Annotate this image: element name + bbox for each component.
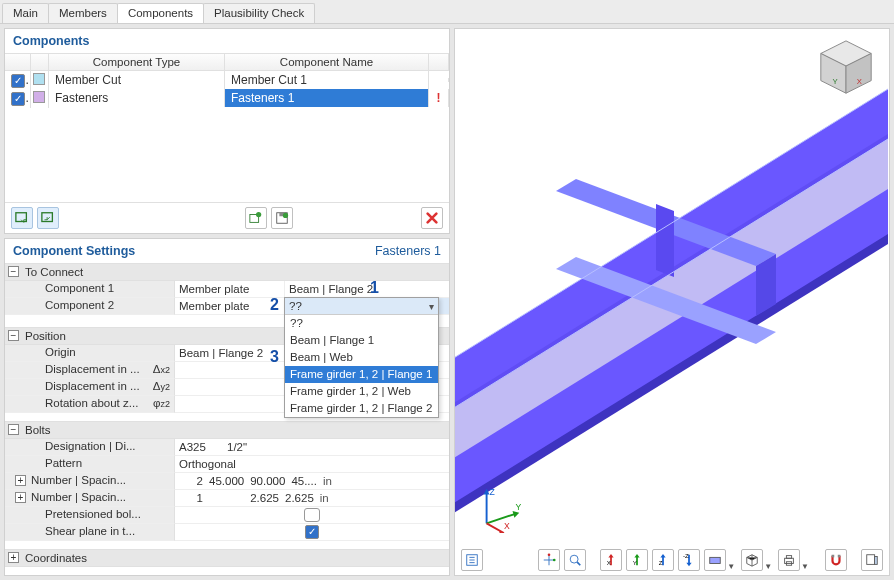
- chevron-down-icon[interactable]: ▼: [801, 562, 809, 571]
- dropdown-option[interactable]: Frame girder 1, 2 | Flange 2: [285, 400, 438, 417]
- prop-value-pattern[interactable]: Orthogonal: [175, 456, 449, 473]
- expand-icon[interactable]: +: [15, 492, 26, 503]
- 3d-viewport[interactable]: Y X Z Y X: [454, 28, 890, 576]
- components-table: Component Type Component Name ✓ Member C…: [5, 53, 449, 202]
- zoom-extents-button[interactable]: [564, 549, 586, 571]
- row-name: Member Cut 1: [225, 71, 429, 89]
- chevron-down-icon[interactable]: ▼: [727, 562, 735, 571]
- svg-text:Y: Y: [515, 502, 521, 512]
- prop-label-component2: Component 2: [5, 298, 175, 315]
- svg-marker-14: [656, 204, 674, 277]
- prop-value-component2[interactable]: ?? ▾ ?? Beam | Flange 1 Beam | Web Frame…: [285, 298, 449, 315]
- dropdown-option[interactable]: Beam | Web: [285, 349, 438, 366]
- view-neg-z-button[interactable]: -Z: [678, 549, 700, 571]
- svg-text:Z: Z: [659, 559, 663, 566]
- add-component-button[interactable]: [11, 207, 33, 229]
- collapse-icon[interactable]: −: [8, 266, 19, 277]
- view-cube[interactable]: Y X: [815, 37, 877, 99]
- top-tabs: Main Members Components Plausibility Che…: [0, 0, 894, 24]
- collapse-icon[interactable]: −: [8, 330, 19, 341]
- iso-view-button[interactable]: [741, 549, 763, 571]
- section-coordinates[interactable]: + Coordinates: [5, 549, 449, 567]
- collapse-icon[interactable]: −: [8, 424, 19, 435]
- dropdown-selected[interactable]: ?? ▾: [285, 298, 438, 315]
- prop-value-spacing-1[interactable]: 2 45.000 90.000 45.... in: [175, 473, 449, 490]
- prop-label-dispx: Displacement in ... Δx2: [5, 362, 175, 379]
- prop-label-spacing-1: + Number | Spacin...: [5, 473, 175, 490]
- svg-rect-45: [710, 557, 721, 563]
- tab-plausibility[interactable]: Plausibility Check: [203, 3, 315, 23]
- save-button[interactable]: [271, 207, 293, 229]
- warning-icon[interactable]: !: [429, 89, 449, 107]
- prop-value-pretensioned[interactable]: [175, 507, 449, 524]
- checkbox-unchecked-icon[interactable]: [304, 508, 320, 522]
- table-row[interactable]: ✓ Fasteners Fasteners 1 !: [5, 89, 449, 107]
- prop-value-designation[interactable]: A325 1/2": [175, 439, 449, 456]
- prop-symbol: Δx2: [153, 363, 170, 375]
- chevron-down-icon[interactable]: ▼: [764, 562, 772, 571]
- remove-component-button[interactable]: [37, 207, 59, 229]
- detach-window-button[interactable]: [861, 549, 883, 571]
- view-orient-button[interactable]: [538, 549, 560, 571]
- prop-mid-component1[interactable]: Member plate: [175, 281, 285, 298]
- svg-point-35: [570, 555, 578, 563]
- row-checkbox[interactable]: ✓: [11, 92, 25, 106]
- section-label: Coordinates: [25, 552, 87, 564]
- row-swatch: [33, 91, 45, 103]
- table-row[interactable]: ✓ Member Cut Member Cut 1: [5, 71, 449, 89]
- svg-text:Z: Z: [489, 487, 494, 497]
- svg-marker-41: [661, 554, 666, 558]
- svg-text:Y: Y: [633, 559, 637, 566]
- col-header-name[interactable]: Component Name: [225, 54, 429, 70]
- print-button[interactable]: [778, 549, 800, 571]
- svg-marker-39: [635, 554, 640, 558]
- tab-members[interactable]: Members: [48, 3, 118, 23]
- dropdown-option[interactable]: Beam | Flange 1: [285, 332, 438, 349]
- view-x-button[interactable]: X: [600, 549, 622, 571]
- magnet-snap-button[interactable]: [825, 549, 847, 571]
- prop-value-component1[interactable]: Beam | Flange 2: [285, 281, 449, 298]
- svg-point-3: [256, 212, 261, 217]
- col-header-type[interactable]: Component Type: [49, 54, 225, 70]
- expand-icon[interactable]: +: [15, 475, 26, 486]
- view-y-button[interactable]: Y: [626, 549, 648, 571]
- prop-label-dispy: Displacement in ... Δy2: [5, 379, 175, 396]
- svg-text:X: X: [504, 521, 510, 531]
- prop-value-spacing-2[interactable]: 1 2.625 2.625 in: [175, 490, 449, 507]
- checkbox-checked-icon[interactable]: ✓: [305, 525, 319, 539]
- dropdown-option[interactable]: ??: [285, 315, 438, 332]
- view-z-button[interactable]: Z: [652, 549, 674, 571]
- prop-symbol: φz2: [153, 397, 170, 409]
- prop-label-designation: Designation | Di...: [5, 439, 175, 456]
- section-to-connect[interactable]: − To Connect: [5, 263, 449, 281]
- prop-value-shearplane[interactable]: ✓: [175, 524, 449, 541]
- prop-label-pattern: Pattern: [5, 456, 175, 473]
- settings-title: Component Settings: [13, 244, 135, 258]
- display-mode-button[interactable]: [704, 549, 726, 571]
- components-panel: Components Component Type Component Name…: [4, 28, 450, 234]
- svg-rect-53: [875, 557, 878, 565]
- prop-label-rotz: Rotation about z... φz2: [5, 396, 175, 413]
- import-button[interactable]: [245, 207, 267, 229]
- row-checkbox[interactable]: ✓: [11, 74, 25, 88]
- svg-marker-43: [687, 563, 692, 567]
- view-settings-button[interactable]: [461, 549, 483, 571]
- prop-label-shearplane: Shear plane in t...: [5, 524, 175, 541]
- tab-main[interactable]: Main: [2, 3, 49, 23]
- section-bolts[interactable]: − Bolts: [5, 421, 449, 439]
- prop-mid-component2[interactable]: Member plate: [175, 298, 285, 315]
- components-title: Components: [5, 29, 449, 53]
- tab-components[interactable]: Components: [117, 3, 204, 23]
- expand-icon[interactable]: +: [8, 552, 19, 563]
- svg-point-33: [548, 553, 551, 556]
- row-name: Fasteners 1: [225, 89, 429, 107]
- svg-text:X: X: [607, 559, 611, 566]
- delete-button[interactable]: [421, 207, 443, 229]
- prop-label-spacing-2: + Number | Spacin...: [5, 490, 175, 507]
- prop-label-origin: Origin: [5, 345, 175, 362]
- prop-label-pretensioned: Pretensioned bol...: [5, 507, 175, 524]
- row-swatch: [33, 73, 45, 85]
- dropdown-option[interactable]: Frame girder 1, 2 | Flange 1: [285, 366, 438, 383]
- dropdown-option[interactable]: Frame girder 1, 2 | Web: [285, 383, 438, 400]
- dropdown-selected-text: ??: [289, 300, 302, 312]
